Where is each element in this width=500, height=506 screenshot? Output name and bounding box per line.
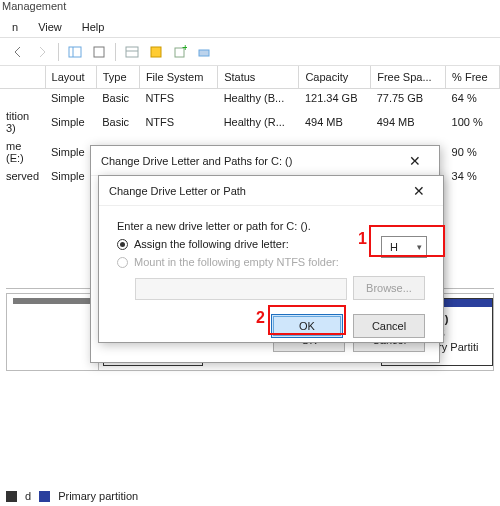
col-status[interactable]: Status — [218, 66, 299, 88]
window-title-fragment: Management — [0, 0, 500, 16]
swatch-unallocated-icon — [6, 491, 17, 502]
cell-layout: Simple — [45, 107, 96, 137]
cell-layout: Simple — [45, 137, 96, 167]
cell-cap: 121.34 GB — [299, 88, 371, 107]
col-type[interactable]: Type — [96, 66, 139, 88]
table-header-row: Layout Type File System Status Capacity … — [0, 66, 500, 88]
annotation-num-2: 2 — [256, 309, 265, 327]
help-icon[interactable] — [146, 42, 166, 62]
browse-button: Browse... — [353, 276, 425, 300]
nav-back-icon[interactable] — [8, 42, 28, 62]
svg-rect-8 — [199, 50, 209, 56]
close-icon[interactable]: ✕ — [405, 179, 433, 203]
close-icon[interactable]: ✕ — [401, 149, 429, 173]
annotation-box-2 — [268, 305, 346, 335]
svg-rect-0 — [69, 47, 81, 57]
col-pctfree[interactable]: % Free — [446, 66, 500, 88]
cell-type: Basic — [96, 88, 139, 107]
cell-name: me (E:) — [0, 137, 45, 167]
legend-unallocated-label: d — [25, 490, 31, 502]
refresh-icon[interactable] — [89, 42, 109, 62]
col-capacity[interactable]: Capacity — [299, 66, 371, 88]
svg-rect-5 — [151, 47, 161, 57]
cell-cap: 494 MB — [299, 107, 371, 137]
menu-bar: n View Help — [0, 16, 500, 38]
annotation-num-1: 1 — [358, 230, 367, 248]
inner-dialog-titlebar: Change Drive Letter or Path ✕ — [99, 176, 443, 206]
radio-mount-label: Mount in the following empty NTFS folder… — [134, 256, 339, 268]
radio-assign-label: Assign the following drive letter: — [134, 238, 289, 250]
table-row[interactable]: SimpleBasicNTFSHealthy (B...121.34 GB77.… — [0, 88, 500, 107]
list-icon[interactable] — [122, 42, 142, 62]
add-icon[interactable]: + — [170, 42, 190, 62]
cell-status: Healthy (B... — [218, 88, 299, 107]
disk-header — [7, 294, 99, 370]
svg-rect-2 — [94, 47, 104, 57]
cell-layout: Simple — [45, 88, 96, 107]
annotation-box-1 — [369, 225, 445, 257]
radio-off-icon — [117, 257, 128, 268]
menu-item-view[interactable]: View — [28, 18, 72, 36]
cell-fs: NTFS — [139, 88, 217, 107]
cell-pct: 64 % — [446, 88, 500, 107]
nav-fwd-icon[interactable] — [32, 42, 52, 62]
cell-name: tition 3) — [0, 107, 45, 137]
cell-free: 494 MB — [371, 107, 446, 137]
outer-dialog-title: Change Drive Letter and Paths for C: () … — [91, 146, 439, 176]
swatch-primary-icon — [39, 491, 50, 502]
col-layout[interactable]: Layout — [45, 66, 96, 88]
col-fs[interactable]: File System — [139, 66, 217, 88]
panel-icon[interactable] — [65, 42, 85, 62]
menu-item-n[interactable]: n — [2, 18, 28, 36]
cell-pct: 90 % — [446, 137, 500, 167]
menu-item-help[interactable]: Help — [72, 18, 115, 36]
cell-pct: 100 % — [446, 107, 500, 137]
cell-name: served — [0, 167, 45, 185]
svg-rect-3 — [126, 47, 138, 57]
radio-mount-folder[interactable]: Mount in the following empty NTFS folder… — [117, 256, 425, 268]
col-free[interactable]: Free Spa... — [371, 66, 446, 88]
cell-status: Healthy (R... — [218, 107, 299, 137]
table-row[interactable]: tition 3)SimpleBasicNTFSHealthy (R...494… — [0, 107, 500, 137]
cell-layout: Simple — [45, 167, 96, 185]
cell-pct: 34 % — [446, 167, 500, 185]
cell-type: Basic — [96, 107, 139, 137]
inner-dialog-title-text: Change Drive Letter or Path — [109, 185, 246, 197]
cell-fs: NTFS — [139, 107, 217, 137]
svg-text:+: + — [182, 45, 187, 53]
cell-free: 77.75 GB — [371, 88, 446, 107]
legend-primary-label: Primary partition — [58, 490, 138, 502]
cancel-button[interactable]: Cancel — [353, 314, 425, 338]
toolbar: + — [0, 38, 500, 66]
outer-dialog-title-text: Change Drive Letter and Paths for C: () — [101, 155, 292, 167]
cell-name — [0, 88, 45, 107]
disk-icon[interactable] — [194, 42, 214, 62]
mount-path-input — [135, 278, 347, 300]
radio-on-icon — [117, 239, 128, 250]
legend: d Primary partition — [6, 490, 138, 502]
